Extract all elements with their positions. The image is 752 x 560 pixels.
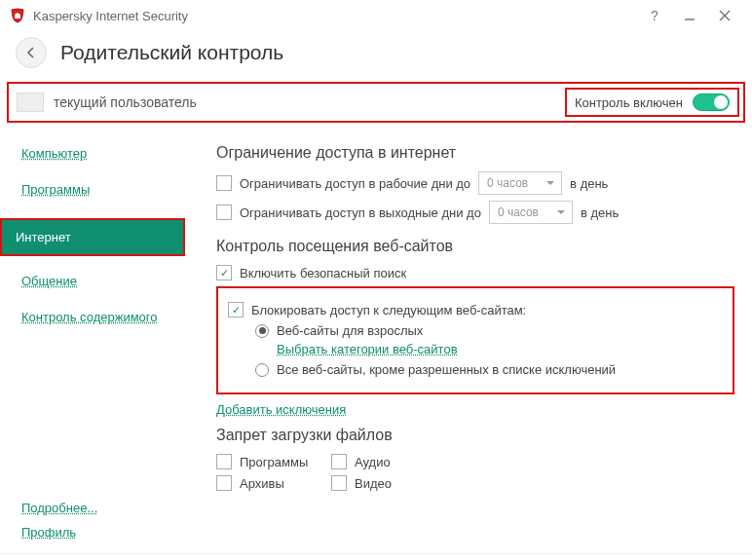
- link-add-exclusions[interactable]: Добавить исключения: [216, 402, 346, 417]
- checkbox-block-audio[interactable]: [331, 454, 347, 469]
- user-avatar: [17, 93, 44, 112]
- app-title: Kaspersky Internet Security: [33, 9, 637, 23]
- sidebar-item-content-control[interactable]: Контроль содержимого: [21, 310, 195, 324]
- current-user-label: текущий пользователь: [54, 94, 565, 110]
- label-adult-sites: Веб-сайты для взрослых: [277, 323, 423, 338]
- control-toggle[interactable]: [693, 93, 730, 111]
- select-hours-workdays[interactable]: 0 часов: [478, 171, 562, 195]
- select-hours-weekends[interactable]: 0 часов: [489, 201, 573, 224]
- link-choose-categories[interactable]: Выбрать категории веб-сайтов: [277, 342, 458, 356]
- help-button[interactable]: ?: [637, 4, 672, 27]
- control-toggle-container: Контроль включен: [565, 88, 739, 117]
- titlebar: Kaspersky Internet Security ?: [0, 0, 752, 31]
- sidebar-profile-link[interactable]: Профиль: [21, 525, 195, 540]
- checkbox-block-programs[interactable]: [216, 454, 232, 469]
- radio-adult-sites[interactable]: [255, 324, 269, 338]
- radio-all-except[interactable]: [255, 363, 269, 377]
- section-websites-title: Контроль посещения веб-сайтов: [216, 238, 734, 255]
- close-button[interactable]: [707, 4, 742, 27]
- kaspersky-logo-icon: [10, 8, 25, 23]
- header: Родительский контроль: [0, 31, 752, 82]
- user-bar: текущий пользователь Контроль включен: [7, 82, 745, 123]
- checkbox-limit-workdays[interactable]: [216, 175, 232, 191]
- sidebar-item-programs[interactable]: Программы: [21, 182, 195, 197]
- checkbox-safe-search[interactable]: ✓: [216, 265, 232, 280]
- checkbox-block-archives[interactable]: [216, 475, 232, 491]
- sidebar: Компьютер Программы Интернет Общение Кон…: [0, 132, 195, 553]
- minimize-button[interactable]: [672, 4, 707, 27]
- sidebar-item-internet[interactable]: Интернет: [0, 218, 185, 256]
- label-block-video: Видео: [355, 476, 392, 491]
- section-internet-access-title: Ограничение доступа в интернет: [216, 144, 734, 162]
- label-per-day-2: в день: [581, 205, 619, 220]
- checkbox-block-video[interactable]: [331, 475, 347, 491]
- label-block-audio: Аудио: [355, 455, 391, 469]
- checkbox-limit-weekends[interactable]: [216, 205, 232, 220]
- sidebar-item-communication[interactable]: Общение: [21, 274, 195, 288]
- label-block-archives: Архивы: [240, 476, 323, 491]
- label-per-day-1: в день: [570, 176, 608, 191]
- sidebar-more-link[interactable]: Подробнее...: [21, 501, 195, 515]
- label-block-sites: Блокировать доступ к следующим веб-сайта…: [251, 303, 526, 317]
- page-title: Родительский контроль: [60, 41, 283, 64]
- control-toggle-label: Контроль включен: [575, 95, 683, 110]
- footer: Другие программы Личный кабинет Лицензия…: [0, 553, 752, 560]
- label-limit-workdays: Ограничивать доступ в рабочие дни до: [240, 176, 470, 191]
- section-downloads-title: Запрет загрузки файлов: [216, 427, 734, 444]
- block-sites-box: ✓ Блокировать доступ к следующим веб-сай…: [216, 286, 734, 394]
- sidebar-item-computer[interactable]: Компьютер: [21, 146, 195, 161]
- checkbox-block-sites[interactable]: ✓: [228, 302, 244, 317]
- content: Ограничение доступа в интернет Ограничив…: [195, 132, 752, 553]
- label-limit-weekends: Ограничивать доступ в выходные дни до: [240, 205, 481, 220]
- label-safe-search: Включить безопасный поиск: [240, 266, 406, 280]
- label-all-except: Все веб-сайты, кроме разрешенных в списк…: [277, 362, 616, 377]
- label-block-programs: Программы: [240, 455, 323, 469]
- back-button[interactable]: [16, 37, 47, 68]
